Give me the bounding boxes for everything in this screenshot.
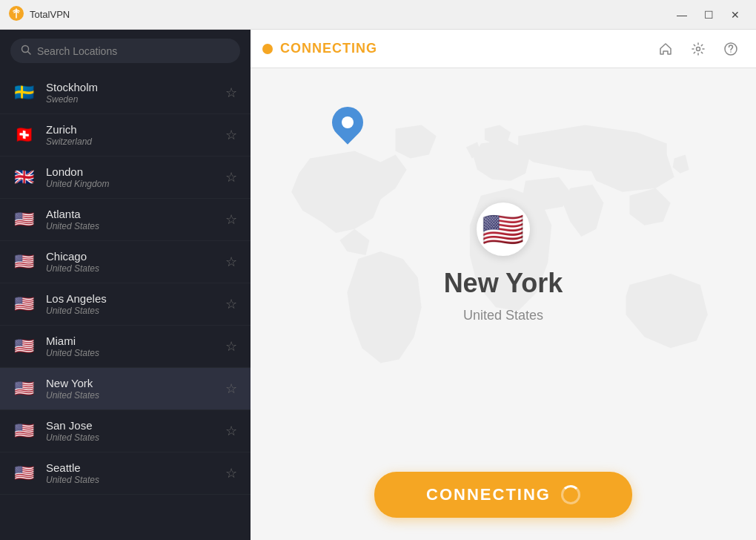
- favorite-san-jose[interactable]: ☆: [222, 420, 240, 442]
- location-country-london: United Kingdom: [46, 179, 222, 189]
- location-item-zurich[interactable]: 🇨🇭 Zurich Switzerland ☆: [0, 114, 251, 157]
- title-bar: TotalVPN — ☐ ✕: [0, 0, 756, 30]
- location-name-san-jose: San Jose: [46, 419, 222, 432]
- selected-flag-large: 🇺🇸: [477, 202, 530, 256]
- flag-new-york: 🇺🇸: [10, 375, 37, 402]
- map-area: 🇺🇸 New York United States: [251, 68, 756, 457]
- connect-section: CONNECTING: [251, 457, 756, 540]
- location-country-stockholm: Sweden: [46, 94, 222, 105]
- location-item-new-york[interactable]: 🇺🇸 New York United States ☆: [0, 368, 251, 410]
- flag-atlanta: 🇺🇸: [10, 206, 37, 233]
- location-name-london: London: [46, 165, 222, 178]
- connection-status: CONNECTING: [262, 41, 377, 56]
- app-logo-icon: [9, 6, 24, 24]
- location-name-zurich: Zurich: [46, 123, 222, 136]
- favorite-london[interactable]: ☆: [222, 166, 240, 188]
- pin-inner: [342, 116, 354, 128]
- window-controls: — ☐ ✕: [670, 4, 747, 25]
- location-info-london: London United Kingdom: [46, 165, 222, 189]
- location-info-atlanta: Atlanta United States: [46, 208, 222, 231]
- location-item-atlanta[interactable]: 🇺🇸 Atlanta United States ☆: [0, 199, 251, 241]
- location-country-los-angeles: United States: [46, 306, 222, 316]
- favorite-atlanta[interactable]: ☆: [222, 208, 240, 231]
- title-bar-left: TotalVPN: [9, 6, 70, 24]
- flag-stockholm: 🇸🇪: [10, 79, 37, 106]
- status-dot: [262, 44, 273, 54]
- svg-line-2: [28, 52, 31, 55]
- favorite-zurich[interactable]: ☆: [222, 124, 240, 146]
- location-country-seattle: United States: [46, 475, 222, 485]
- origin-pin: [332, 107, 363, 138]
- location-info-zurich: Zurich Switzerland: [46, 123, 222, 147]
- location-name-atlanta: Atlanta: [46, 208, 222, 220]
- svg-point-3: [697, 47, 700, 50]
- flag-seattle: 🇺🇸: [10, 460, 37, 487]
- close-button[interactable]: ✕: [723, 4, 747, 25]
- location-name-chicago: Chicago: [46, 250, 222, 263]
- flag-zurich: 🇨🇭: [10, 122, 37, 148]
- location-item-los-angeles[interactable]: 🇺🇸 Los Angeles United States ☆: [0, 283, 251, 326]
- main-content: 🇸🇪 Stockholm Sweden ☆ 🇨🇭 Zurich Switzerl…: [0, 30, 756, 540]
- location-item-stockholm[interactable]: 🇸🇪 Stockholm Sweden ☆: [0, 72, 251, 114]
- home-button[interactable]: [652, 36, 679, 62]
- flag-miami: 🇺🇸: [10, 333, 37, 360]
- location-name-new-york: New York: [46, 377, 222, 389]
- favorite-los-angeles[interactable]: ☆: [222, 293, 240, 315]
- connect-button[interactable]: CONNECTING: [374, 472, 632, 518]
- flag-san-jose: 🇺🇸: [10, 418, 37, 444]
- location-name-miami: Miami: [46, 335, 222, 347]
- right-panel: CONNECTING: [251, 30, 756, 540]
- location-info-san-jose: San Jose United States: [46, 419, 222, 443]
- flag-london: 🇬🇧: [10, 164, 37, 191]
- favorite-miami[interactable]: ☆: [222, 335, 240, 358]
- location-item-london[interactable]: 🇬🇧 London United Kingdom ☆: [0, 157, 251, 199]
- top-bar: CONNECTING: [251, 30, 756, 68]
- location-item-miami[interactable]: 🇺🇸 Miami United States ☆: [0, 326, 251, 368]
- search-input[interactable]: [37, 45, 230, 57]
- pin-shape: [325, 100, 369, 144]
- connect-button-label: CONNECTING: [426, 485, 551, 504]
- selected-location-display: 🇺🇸 New York United States: [444, 202, 563, 323]
- favorite-seattle[interactable]: ☆: [222, 462, 240, 484]
- connecting-spinner: [561, 485, 580, 504]
- location-info-stockholm: Stockholm Sweden: [46, 81, 222, 105]
- location-country-chicago: United States: [46, 263, 222, 274]
- top-bar-icons: [652, 36, 744, 62]
- selected-city-name: New York: [444, 268, 563, 299]
- location-name-stockholm: Stockholm: [46, 81, 222, 93]
- flag-los-angeles: 🇺🇸: [10, 291, 37, 317]
- search-bar[interactable]: [10, 39, 240, 63]
- location-country-new-york: United States: [46, 390, 222, 401]
- favorite-stockholm[interactable]: ☆: [222, 82, 240, 104]
- favorite-new-york[interactable]: ☆: [222, 378, 240, 400]
- favorite-chicago[interactable]: ☆: [222, 251, 240, 273]
- settings-button[interactable]: [685, 36, 712, 62]
- svg-point-5: [730, 51, 732, 53]
- selected-country-name: United States: [463, 308, 543, 323]
- location-item-seattle[interactable]: 🇺🇸 Seattle United States ☆: [0, 452, 251, 495]
- location-info-new-york: New York United States: [46, 377, 222, 401]
- location-name-seattle: Seattle: [46, 461, 222, 474]
- location-country-atlanta: United States: [46, 221, 222, 231]
- flag-chicago: 🇺🇸: [10, 248, 37, 275]
- location-info-chicago: Chicago United States: [46, 250, 222, 274]
- maximize-button[interactable]: ☐: [697, 4, 720, 25]
- location-item-chicago[interactable]: 🇺🇸 Chicago United States ☆: [0, 241, 251, 283]
- location-name-los-angeles: Los Angeles: [46, 292, 222, 305]
- minimize-button[interactable]: —: [670, 4, 694, 25]
- location-info-miami: Miami United States: [46, 335, 222, 358]
- app-title: TotalVPN: [30, 9, 70, 20]
- location-country-miami: United States: [46, 348, 222, 358]
- status-text: CONNECTING: [280, 41, 377, 56]
- location-info-seattle: Seattle United States: [46, 461, 222, 485]
- sidebar: 🇸🇪 Stockholm Sweden ☆ 🇨🇭 Zurich Switzerl…: [0, 30, 251, 540]
- location-country-san-jose: United States: [46, 432, 222, 443]
- search-icon: [21, 45, 31, 57]
- location-info-los-angeles: Los Angeles United States: [46, 292, 222, 316]
- location-list: 🇸🇪 Stockholm Sweden ☆ 🇨🇭 Zurich Switzerl…: [0, 72, 251, 540]
- location-item-san-jose[interactable]: 🇺🇸 San Jose United States ☆: [0, 410, 251, 452]
- help-button[interactable]: [717, 36, 744, 62]
- location-country-zurich: Switzerland: [46, 136, 222, 147]
